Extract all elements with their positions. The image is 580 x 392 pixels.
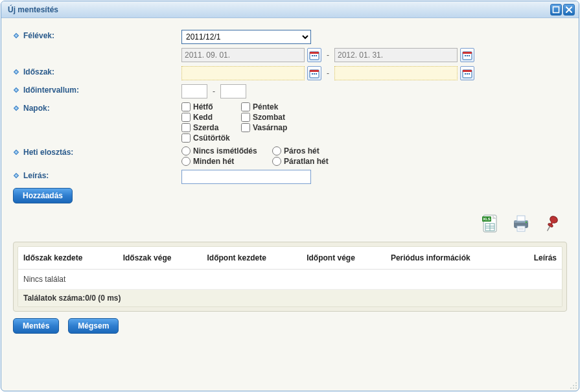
svg-rect-17 <box>312 73 313 75</box>
day-sat-label: Szombat <box>253 113 285 122</box>
svg-rect-18 <box>314 73 315 75</box>
resize-grip-icon[interactable] <box>568 380 577 389</box>
svg-rect-10 <box>465 55 466 56</box>
svg-rect-5 <box>312 55 313 56</box>
separator: - <box>327 51 329 60</box>
empty-message: Nincs találat <box>18 270 562 290</box>
svg-rect-43 <box>517 226 525 231</box>
weekly-none-label: Nincs ismétlődés <box>193 146 257 156</box>
svg-rect-24 <box>469 73 470 75</box>
label-semesters: Félévek: <box>13 30 181 40</box>
description-input[interactable] <box>181 170 311 184</box>
day-thu-label: Csütörtök <box>193 133 230 143</box>
export-xls-icon[interactable]: XLS <box>481 214 500 235</box>
separator: - <box>327 69 329 78</box>
cancel-button[interactable]: Mégsem <box>68 318 119 334</box>
label-weekly: Heti elosztás: <box>13 146 181 157</box>
window-title: Új mentesítés <box>8 5 550 14</box>
label-period: Időszak: <box>13 66 181 76</box>
weekly-every-label: Minden hét <box>193 157 234 166</box>
day-tue-label: Kedd <box>193 113 213 122</box>
print-icon[interactable] <box>511 214 531 235</box>
calendar-icon[interactable] <box>307 66 321 80</box>
bullet-icon <box>13 149 19 156</box>
results-footer: Találatok száma:0/0 (0 ms) <box>18 290 562 306</box>
col-time-start[interactable]: Időpont kezdete <box>202 247 302 270</box>
bullet-icon <box>13 105 19 111</box>
add-button[interactable]: Hozzáadás <box>13 188 73 203</box>
interval-to-input[interactable] <box>220 84 246 98</box>
svg-rect-0 <box>553 6 559 12</box>
period-from-date[interactable] <box>181 66 305 80</box>
svg-text:XLS: XLS <box>483 217 491 221</box>
pin-icon[interactable] <box>542 214 561 235</box>
col-period-info[interactable]: Periódus információk <box>386 247 515 270</box>
day-fri-checkbox[interactable] <box>241 102 250 111</box>
svg-rect-6 <box>314 55 315 56</box>
interval-from-input[interactable] <box>181 84 207 98</box>
weekly-radio-group: Nincs ismétlődés Páros hét Minden hét Pá… <box>181 146 363 166</box>
weekly-every-radio[interactable] <box>181 157 191 166</box>
label-interval: Időintervallum: <box>13 84 181 95</box>
svg-point-53 <box>573 385 574 386</box>
svg-rect-11 <box>467 55 468 56</box>
semester-from-date <box>181 48 305 62</box>
day-mon-checkbox[interactable] <box>181 102 191 111</box>
label-days: Napok: <box>13 102 181 113</box>
label-description: Leírás: <box>13 170 181 180</box>
day-wed-checkbox[interactable] <box>181 123 191 132</box>
day-sat-checkbox[interactable] <box>241 113 250 122</box>
day-tue-checkbox[interactable] <box>181 113 191 122</box>
bullet-icon <box>13 87 19 93</box>
save-button[interactable]: Mentés <box>13 318 59 334</box>
svg-rect-21 <box>463 70 472 72</box>
dialog-window: Új mentesítés Félévek: 2011/12/1 <box>1 1 579 391</box>
bullet-icon <box>13 32 19 39</box>
weekly-odd-radio[interactable] <box>272 157 281 166</box>
svg-point-46 <box>526 222 528 224</box>
maximize-button[interactable] <box>550 4 562 16</box>
day-wed-label: Szerda <box>193 123 218 132</box>
results-table: Időszak kezdete Időszak vége Időpont kez… <box>18 247 562 290</box>
days-checkbox-group: Hétfő Péntek Kedd Szombat Szerda Vasárna… <box>181 102 306 143</box>
bullet-icon <box>13 172 19 179</box>
day-thu-checkbox[interactable] <box>181 133 191 143</box>
toolbar-icons: XLS <box>13 214 567 235</box>
weekly-odd-label: Páratlan hét <box>284 157 329 166</box>
window-controls <box>550 4 575 16</box>
svg-rect-9 <box>463 52 472 54</box>
close-button[interactable] <box>563 4 575 16</box>
titlebar: Új mentesítés <box>1 1 579 18</box>
weekly-even-label: Páros hét <box>284 146 319 156</box>
col-period-start[interactable]: Időszak kezdete <box>18 247 118 270</box>
svg-point-57 <box>575 387 577 389</box>
svg-rect-22 <box>465 73 466 75</box>
separator: - <box>213 87 215 96</box>
semester-to-date <box>334 48 458 62</box>
svg-point-56 <box>573 387 574 389</box>
day-sun-label: Vasárnap <box>253 123 287 132</box>
svg-rect-12 <box>469 55 470 56</box>
calendar-icon[interactable] <box>460 48 474 62</box>
semester-select[interactable]: 2011/12/1 <box>181 30 311 44</box>
period-to-date[interactable] <box>334 66 458 80</box>
svg-rect-16 <box>310 70 319 72</box>
svg-line-51 <box>548 226 550 231</box>
svg-rect-4 <box>310 52 319 54</box>
col-period-end[interactable]: Időszak vége <box>118 247 202 270</box>
results-panel: Időszak kezdete Időszak vége Időpont kez… <box>13 242 567 312</box>
col-description[interactable]: Leírás <box>514 247 562 270</box>
col-time-end[interactable]: Időpont vége <box>301 247 386 270</box>
bullet-icon <box>13 69 19 75</box>
svg-point-55 <box>570 387 572 389</box>
dialog-content: Félévek: 2011/12/1 - <box>1 18 579 391</box>
weekly-even-radio[interactable] <box>272 146 281 156</box>
svg-rect-19 <box>316 73 317 75</box>
dialog-buttons: Mentés Mégsem <box>13 318 567 334</box>
weekly-none-radio[interactable] <box>181 146 191 156</box>
calendar-icon[interactable] <box>307 48 321 62</box>
table-row: Nincs találat <box>18 270 562 290</box>
calendar-icon[interactable] <box>460 66 474 80</box>
day-sun-checkbox[interactable] <box>241 123 250 132</box>
svg-rect-42 <box>517 216 525 221</box>
